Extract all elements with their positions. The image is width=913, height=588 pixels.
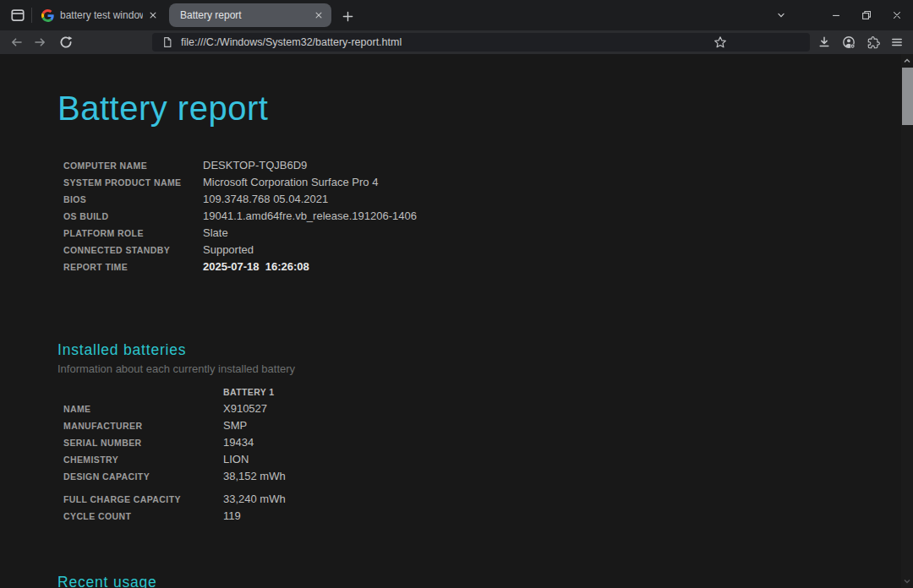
row-value: 38,152 mWh: [223, 468, 913, 485]
row-label: REPORT TIME: [63, 259, 203, 275]
window-minimize-icon[interactable]: [819, 1, 853, 29]
page-file-icon: [161, 36, 173, 48]
row-value: Microsoft Corporation Surface Pro 4: [203, 174, 913, 191]
window-restore-icon[interactable]: [850, 1, 883, 29]
extensions-puzzle-icon[interactable]: [863, 32, 883, 52]
tab-title: Battery report: [180, 9, 309, 21]
row-label: BIOS: [63, 191, 203, 208]
row-label: FULL CHARGE CAPACITY: [63, 491, 223, 508]
row-value: 19041.1.amd64fre.vb_release.191206-1406: [203, 208, 913, 225]
row-value: 119: [223, 508, 913, 525]
profile-avatar-icon[interactable]: [839, 32, 859, 52]
row-value: LION: [223, 451, 913, 468]
installed-batteries-table: BATTERY 1 NAMEX910527 MANUFACTURERSMP SE…: [63, 384, 913, 525]
table-row: FULL CHARGE CAPACITY33,240 mWh: [63, 491, 913, 508]
row-label: PLATFORM ROLE: [63, 225, 203, 242]
scroll-up-icon[interactable]: [901, 55, 913, 67]
tab-battery-test-search[interactable]: battery test windows 10 - Goog: [34, 3, 166, 27]
browser-window: battery test windows 10 - Goog Battery r…: [0, 0, 913, 588]
tab-close-icon[interactable]: [146, 8, 160, 22]
row-value: SMP: [223, 417, 913, 434]
row-value: 19434: [223, 434, 913, 451]
row-value: Supported: [203, 242, 913, 259]
table-row: CYCLE COUNT119: [63, 508, 913, 525]
scroll-down-icon[interactable]: [901, 575, 913, 587]
row-label: OS BUILD: [63, 208, 203, 225]
tab-organize-icon[interactable]: [7, 5, 29, 25]
forward-icon[interactable]: [30, 32, 51, 52]
table-row: NAMEX910527: [63, 400, 913, 417]
row-label: COMPUTER NAME: [63, 157, 203, 174]
table-row: MANUFACTURERSMP: [63, 417, 913, 434]
google-favicon-icon: [41, 9, 54, 22]
browser-toolbar: file:///C:/Windows/System32/battery-repo…: [0, 30, 913, 54]
scrollbar-thumb[interactable]: [902, 68, 913, 125]
row-value: DESKTOP-TQJB6D9: [203, 157, 913, 174]
tab-title: battery test windows 10 - Goog: [60, 9, 143, 21]
tab-battery-report-active[interactable]: Battery report: [169, 3, 331, 27]
table-row: SYSTEM PRODUCT NAMEMicrosoft Corporation…: [63, 174, 913, 191]
refresh-icon[interactable]: [56, 32, 76, 52]
tab-strip: battery test windows 10 - Goog Battery r…: [0, 0, 913, 30]
system-info-table: COMPUTER NAMEDESKTOP-TQJB6D9 SYSTEM PROD…: [63, 157, 913, 275]
vertical-scrollbar[interactable]: [901, 54, 913, 588]
row-label: CONNECTED STANDBY: [63, 242, 203, 259]
downloads-icon[interactable]: [814, 32, 834, 52]
table-spacer: [63, 485, 913, 491]
table-row: SERIAL NUMBER19434: [63, 434, 913, 451]
row-label: NAME: [63, 400, 223, 417]
back-icon[interactable]: [6, 32, 26, 52]
row-label: MANUFACTURER: [63, 417, 223, 434]
address-bar[interactable]: file:///C:/Windows/System32/battery-repo…: [152, 33, 810, 52]
row-label: SYSTEM PRODUCT NAME: [63, 174, 203, 191]
row-label: CHEMISTRY: [63, 451, 223, 468]
row-label: SERIAL NUMBER: [63, 434, 223, 451]
tab-list-chevron-down-icon[interactable]: [764, 1, 798, 29]
table-row: OS BUILD19041.1.amd64fre.vb_release.1912…: [63, 208, 913, 225]
tab-close-icon[interactable]: [312, 8, 325, 22]
row-value: 33,240 mWh: [223, 491, 913, 508]
table-row: COMPUTER NAMEDESKTOP-TQJB6D9: [63, 157, 913, 174]
table-row: CONNECTED STANDBYSupported: [63, 242, 913, 259]
table-header-row: BATTERY 1: [63, 384, 913, 400]
page-title: Battery report: [57, 84, 913, 132]
table-row: CHEMISTRYLION: [63, 451, 913, 468]
table-row: DESIGN CAPACITY38,152 mWh: [63, 468, 913, 485]
bookmark-star-icon[interactable]: [712, 34, 729, 51]
table-row: REPORT TIME2025-07-18 16:26:08: [63, 259, 913, 275]
window-close-icon[interactable]: [880, 1, 913, 29]
table-row: BIOS109.3748.768 05.04.2021: [63, 191, 913, 208]
row-value: X910527: [223, 400, 913, 417]
row-label: DESIGN CAPACITY: [63, 468, 223, 485]
report-time-value: 2025-07-18 16:26:08: [203, 259, 913, 275]
row-label: CYCLE COUNT: [63, 508, 223, 525]
new-tab-icon[interactable]: [337, 6, 358, 26]
section-heading-installed-batteries: Installed batteries: [57, 341, 913, 359]
row-value: Slate: [203, 225, 913, 242]
page-content: Battery report COMPUTER NAMEDESKTOP-TQJB…: [0, 54, 913, 588]
row-value: 109.3748.768 05.04.2021: [203, 191, 913, 208]
section-subtitle: Information about each currently install…: [57, 362, 913, 375]
tab-strip-divider: [31, 8, 32, 23]
column-header: BATTERY 1: [223, 384, 913, 400]
section-heading-recent-usage: Recent usage: [57, 574, 913, 588]
menu-icon[interactable]: [887, 32, 907, 52]
table-row: PLATFORM ROLESlate: [63, 225, 913, 242]
